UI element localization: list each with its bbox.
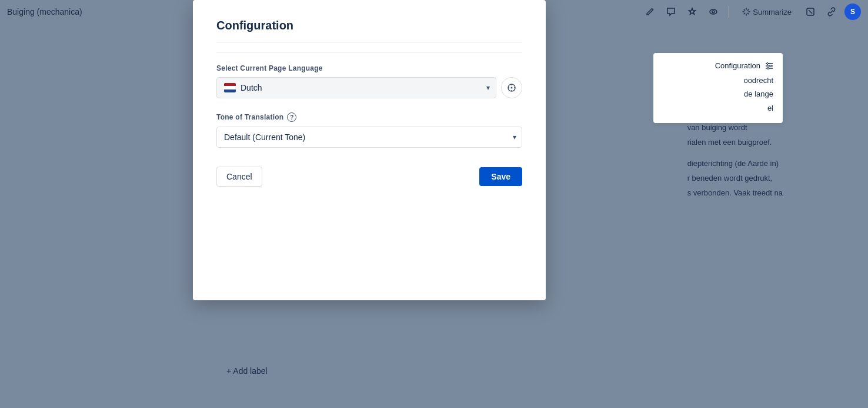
- detect-language-button[interactable]: [501, 77, 522, 98]
- tone-field: Tone of Translation ? Default (Current T…: [216, 112, 522, 148]
- language-selected-value: Dutch: [241, 83, 262, 92]
- user-avatar[interactable]: S: [844, 4, 861, 20]
- block-icon[interactable]: [802, 4, 819, 20]
- tone-select[interactable]: Default (Current Tone) Formal Informal P…: [216, 127, 522, 148]
- svg-line-3: [809, 10, 812, 14]
- save-button[interactable]: Save: [479, 167, 522, 186]
- bg-text-block: van buiging wordt rialen met een buigpro…: [687, 121, 783, 200]
- page-title: Buiging (mechanica): [7, 7, 82, 16]
- add-label-button[interactable]: + Add label: [226, 366, 268, 376]
- tone-field-label: Tone of Translation: [216, 113, 283, 121]
- language-select-display[interactable]: Dutch ▾: [216, 77, 496, 98]
- tone-label-row: Tone of Translation ?: [216, 112, 522, 122]
- language-field: Select Current Page Language Dutch ▾: [216, 64, 522, 98]
- svg-point-7: [767, 62, 769, 64]
- toolbar-divider: [729, 6, 729, 18]
- configuration-modal: Configuration Select Current Page Langua…: [193, 0, 546, 300]
- star-icon[interactable]: [684, 4, 700, 20]
- language-field-label: Select Current Page Language: [216, 64, 522, 72]
- toolbar-right: Summarize S: [642, 4, 861, 20]
- link-icon[interactable]: [823, 4, 840, 20]
- config-panel-label: Configuration: [715, 61, 760, 70]
- eye-icon[interactable]: [705, 4, 722, 20]
- modal-divider: [216, 52, 522, 52]
- dutch-flag-icon: [224, 83, 236, 92]
- tone-select-wrapper[interactable]: Default (Current Tone) Formal Informal P…: [216, 127, 522, 148]
- svg-point-0: [710, 9, 717, 14]
- config-panel: Configuration oodrecht de lange el: [653, 53, 783, 123]
- toolbar-left: Buiging (mechanica): [7, 7, 82, 16]
- sliders-icon: [765, 62, 773, 70]
- cancel-button[interactable]: Cancel: [216, 167, 262, 187]
- modal-title: Configuration: [216, 19, 522, 42]
- svg-point-1: [712, 11, 715, 13]
- svg-point-11: [511, 87, 513, 89]
- tone-help-icon[interactable]: ?: [287, 112, 296, 122]
- svg-point-9: [767, 67, 769, 69]
- summarize-button[interactable]: Summarize: [736, 5, 797, 19]
- bg-panel-text: oodrecht de lange el: [663, 74, 773, 115]
- pencil-icon[interactable]: [642, 4, 658, 20]
- comment-icon[interactable]: [663, 4, 679, 20]
- language-select-wrapper[interactable]: Dutch ▾: [216, 77, 496, 98]
- detect-icon: [507, 83, 516, 92]
- summarize-label: Summarize: [753, 8, 792, 16]
- language-row: Dutch ▾: [216, 77, 522, 98]
- svg-point-8: [770, 65, 772, 67]
- modal-actions: Cancel Save: [216, 167, 522, 187]
- language-chevron-icon: ▾: [486, 84, 490, 92]
